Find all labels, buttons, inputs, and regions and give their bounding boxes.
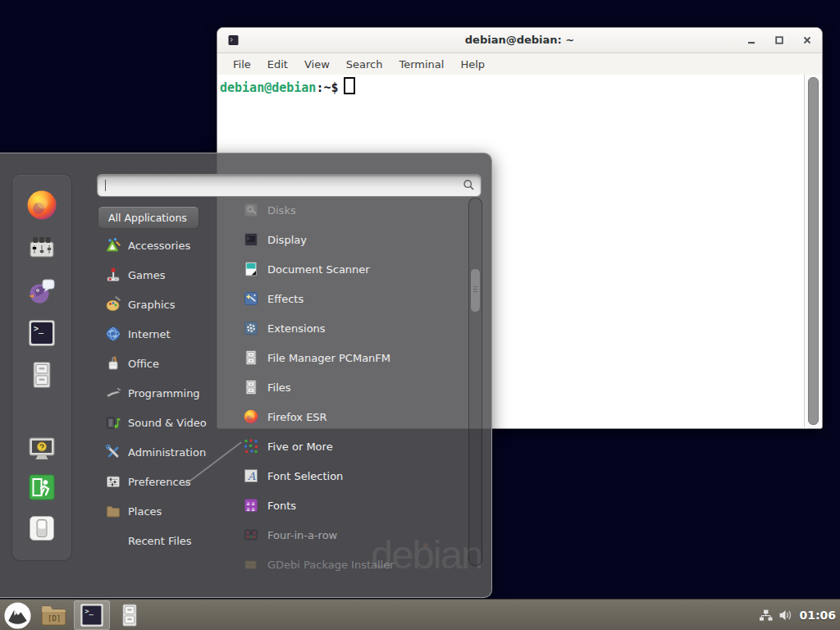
category-places[interactable]: Places [98, 496, 221, 526]
terminal-app-icon [228, 34, 239, 46]
application-menu: >_ All Applications Accessories [0, 153, 492, 598]
menu-button[interactable] [2, 600, 33, 630]
favorite-pidgin[interactable] [26, 275, 57, 306]
desktop: debian debian@debian: ~ File Edit View S… [0, 0, 840, 630]
four-in-a-row-icon [243, 527, 259, 543]
gdebi-icon [243, 556, 259, 572]
terminal-taskbar-button[interactable]: >_ [74, 600, 110, 630]
app-item-font-selection[interactable]: A Font Selection [236, 461, 469, 491]
app-list-scrollbar[interactable] [468, 198, 482, 566]
svg-text:>_: >_ [84, 607, 94, 615]
sound-video-icon [105, 414, 121, 431]
favorite-file-cabinet[interactable] [27, 360, 57, 390]
menu-help[interactable]: Help [452, 56, 493, 73]
favorite-terminal[interactable]: >_ [28, 319, 56, 347]
programming-icon [105, 385, 121, 401]
category-internet[interactable]: Internet [98, 319, 221, 349]
places-icon [105, 503, 121, 519]
search-icon [463, 179, 475, 191]
favorite-firefox[interactable] [26, 189, 57, 221]
svg-text:[D]: [D] [48, 614, 61, 623]
app-item-gdebi-package-installer[interactable]: GDebi Package Installer [236, 550, 469, 572]
category-office[interactable]: Office [98, 349, 221, 378]
terminal-scrollbar-thumb[interactable] [808, 77, 819, 425]
category-sound-video[interactable]: Sound & Video [98, 408, 221, 437]
app-list-scrollbar-thumb[interactable] [470, 268, 481, 313]
terminal-cursor [344, 77, 355, 94]
firefox-icon [243, 409, 259, 425]
app-item-document-scanner[interactable]: Document Scanner [236, 254, 469, 284]
search-input[interactable] [104, 177, 457, 192]
network-icon[interactable] [759, 609, 773, 622]
app-item-files[interactable]: Files [236, 372, 469, 402]
menu-search[interactable]: Search [338, 56, 391, 73]
app-item-effects[interactable]: Effects [236, 284, 469, 313]
prompt-symbol: :~$ [316, 80, 338, 95]
office-icon [105, 355, 121, 372]
app-item-disks[interactable]: Disks [236, 195, 469, 225]
file-manager-taskbar-button[interactable] [115, 600, 144, 630]
category-all-applications[interactable]: All Applications [98, 206, 199, 229]
desktop-folder-button[interactable]: [D] [38, 600, 69, 630]
favorites-rail: >_ [11, 174, 72, 561]
menu-view[interactable]: View [296, 56, 338, 73]
prompt-user-host: debian@debian [220, 80, 316, 95]
extensions-icon [243, 320, 259, 336]
games-icon [105, 267, 121, 283]
effects-icon [243, 290, 259, 307]
document-scanner-icon [243, 261, 259, 277]
file-cabinet-icon [243, 379, 259, 395]
category-programming[interactable]: Programming [98, 378, 221, 408]
preferences-icon [105, 473, 121, 490]
category-administration[interactable]: Administration [98, 437, 221, 467]
file-cabinet-icon [243, 349, 259, 366]
category-list: Accessories Games Graphics Internet Offi… [98, 231, 221, 555]
display-icon [243, 231, 259, 248]
svg-text:>_: >_ [34, 324, 44, 334]
close-button[interactable] [802, 35, 812, 45]
five-or-more-icon [243, 438, 259, 454]
favorite-mixer[interactable] [27, 234, 57, 262]
favorite-screensaver[interactable] [27, 436, 57, 463]
volume-icon[interactable] [778, 609, 793, 622]
terminal-scrollbar[interactable] [804, 75, 822, 427]
favorite-shutdown[interactable] [28, 514, 56, 542]
category-graphics[interactable]: Graphics [98, 290, 221, 319]
app-item-four-in-a-row[interactable]: Four-in-a-row [236, 520, 469, 550]
app-item-file-manager-pcmanfm[interactable]: File Manager PCManFM [236, 343, 469, 372]
menu-terminal[interactable]: Terminal [390, 56, 452, 73]
fonts-icon: a aa a [243, 497, 259, 514]
category-games[interactable]: Games [98, 260, 221, 290]
svg-text:A: A [247, 470, 256, 482]
maximize-button[interactable] [774, 35, 784, 45]
app-item-five-or-more[interactable]: Five or More [236, 431, 469, 461]
minimize-button[interactable] [746, 35, 756, 45]
search-bar[interactable] [97, 174, 482, 197]
app-item-display[interactable]: Display [236, 225, 469, 254]
svg-text:a a: a a [247, 506, 255, 513]
terminal-titlebar[interactable]: debian@debian: ~ [217, 28, 822, 53]
menu-file[interactable]: File [225, 56, 259, 73]
internet-icon [105, 326, 121, 342]
taskbar: [D] >_ 01:06 [0, 599, 840, 630]
terminal-menubar: File Edit View Search Terminal Help [217, 53, 822, 75]
disks-icon [243, 202, 259, 218]
taskbar-clock[interactable]: 01:06 [799, 609, 836, 622]
menu-edit[interactable]: Edit [259, 56, 296, 73]
app-list: Disks Display Document Scanner Effects E… [236, 195, 469, 572]
font-selection-icon: A [243, 468, 259, 484]
category-accessories[interactable]: Accessories [98, 231, 221, 260]
app-item-fonts[interactable]: a aa a Fonts [236, 491, 469, 520]
app-item-extensions[interactable]: Extensions [236, 313, 469, 343]
favorite-logout[interactable] [28, 473, 56, 501]
terminal-title: debian@debian: ~ [465, 34, 574, 46]
administration-icon [105, 444, 121, 460]
category-recent-files[interactable]: Recent Files [98, 526, 221, 555]
app-item-firefox-esr[interactable]: Firefox ESR [236, 402, 469, 431]
terminal-prompt: debian@debian:~$ [217, 75, 822, 95]
accessories-icon [105, 237, 121, 253]
graphics-icon [105, 296, 121, 313]
